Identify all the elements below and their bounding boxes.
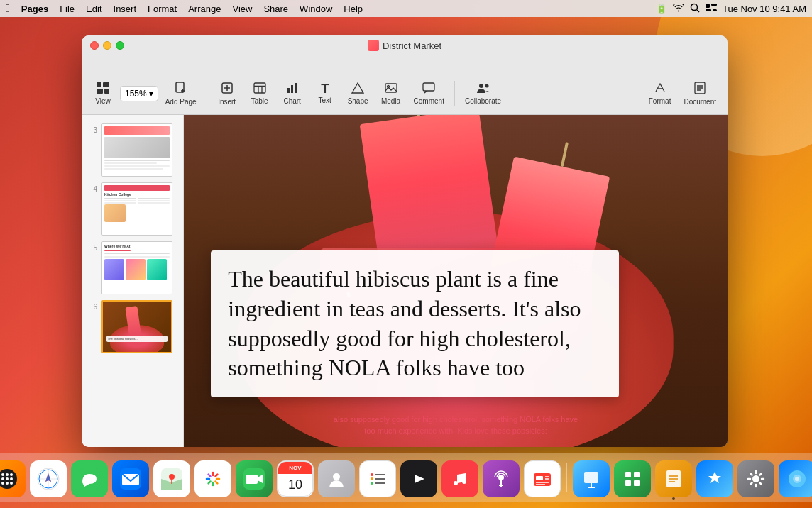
- page-thumb-4[interactable]: 4 Kitchen College: [82, 180, 183, 238]
- collaborate-button[interactable]: Collaborate: [459, 79, 507, 108]
- svg-rect-5: [713, 9, 717, 11]
- format-icon: [654, 82, 666, 96]
- comment-button[interactable]: Comment: [408, 79, 450, 108]
- menubar-help[interactable]: Help: [338, 4, 368, 14]
- dock-launchpad[interactable]: [0, 460, 26, 497]
- svg-point-83: [498, 475, 504, 480]
- svg-rect-87: [536, 476, 543, 480]
- comment-label: Comment: [414, 97, 444, 105]
- format-label: Format: [649, 97, 671, 105]
- dock: NOV 10: [0, 453, 812, 502]
- shape-button[interactable]: Shape: [342, 79, 374, 108]
- apple-menu[interactable]: : [6, 2, 10, 15]
- shape-icon: [351, 82, 364, 96]
- zoom-arrow: ▾: [149, 89, 153, 99]
- text-button[interactable]: T Text: [309, 79, 341, 107]
- view-label: View: [95, 97, 111, 105]
- svg-line-109: [760, 483, 762, 485]
- svg-marker-80: [415, 475, 424, 483]
- dock-appletv[interactable]: [400, 460, 437, 497]
- svg-rect-3: [711, 4, 717, 6]
- format-button[interactable]: Format: [643, 79, 677, 108]
- dock-maps[interactable]: [153, 460, 190, 497]
- svg-point-45: [10, 477, 13, 480]
- page-thumbnail-6: The beautiful hibiscus...: [102, 300, 172, 353]
- menubar-window[interactable]: Window: [294, 4, 338, 14]
- menubar-edit[interactable]: Edit: [80, 4, 107, 14]
- dock-safari[interactable]: [30, 460, 67, 497]
- page-thumb-6[interactable]: 6 The beautiful hibiscus...: [82, 297, 183, 356]
- svg-rect-20: [287, 88, 290, 93]
- dock-calendar[interactable]: NOV 10: [277, 460, 314, 497]
- page-thumbnail-4: Kitchen College: [102, 182, 172, 236]
- table-button[interactable]: Table: [244, 79, 275, 108]
- dock-reminders[interactable]: [359, 460, 396, 497]
- dock-mail[interactable]: [112, 460, 149, 497]
- menubar-file[interactable]: File: [54, 4, 80, 14]
- dock-appstore[interactable]: [696, 460, 733, 497]
- window-title: District Market: [368, 40, 441, 51]
- text-overlay[interactable]: The beautiful hibiscus plant is a fine i…: [211, 250, 619, 397]
- zoom-selector[interactable]: 155% ▾: [120, 86, 158, 101]
- insert-button[interactable]: Insert: [212, 79, 243, 109]
- menubar-format[interactable]: Format: [142, 4, 182, 14]
- dock-music[interactable]: [441, 460, 478, 497]
- menubar-app-name[interactable]: Pages: [16, 4, 54, 14]
- svg-point-43: [1, 477, 4, 480]
- bottom-text-line1: also supposedly good for high cholestero…: [334, 415, 578, 424]
- dock-system-preferences[interactable]: [737, 460, 774, 497]
- page-thumbnail-3: [102, 123, 172, 177]
- svg-point-73: [333, 473, 340, 480]
- titlebar-top: District Market: [82, 35, 728, 55]
- svg-point-81: [454, 481, 458, 485]
- maximize-button[interactable]: [116, 41, 124, 50]
- dock-facetime[interactable]: [236, 460, 273, 497]
- dock-messages[interactable]: [71, 460, 108, 497]
- dock-news[interactable]: [524, 460, 561, 497]
- document-icon: [368, 40, 379, 51]
- toolbar-separator-2: [454, 81, 455, 106]
- add-page-button[interactable]: Add Page: [160, 79, 202, 109]
- svg-point-42: [10, 473, 13, 476]
- svg-point-0: [691, 4, 697, 10]
- menubar-share[interactable]: Share: [258, 4, 294, 14]
- menubar-arrange[interactable]: Arrange: [182, 4, 226, 14]
- add-page-icon: [175, 82, 187, 96]
- document-button[interactable]: Document: [678, 79, 722, 109]
- dock-pages[interactable]: [655, 460, 692, 497]
- dock-screensaver[interactable]: [779, 460, 812, 497]
- search-icon[interactable]: [690, 3, 700, 15]
- menubar-insert[interactable]: Insert: [108, 4, 143, 14]
- menubar-right: 🔋 Tue Nov 10 9:41 AM: [656, 3, 806, 15]
- zoom-value: 155%: [125, 89, 147, 99]
- page-thumbnail-5: Where We're At: [102, 241, 172, 294]
- battery-icon: 🔋: [656, 4, 667, 14]
- control-center-icon[interactable]: [706, 4, 717, 14]
- text-icon: T: [321, 82, 329, 95]
- svg-rect-61: [202, 468, 224, 490]
- document-icon: [694, 82, 706, 96]
- dock-keynote[interactable]: [573, 460, 610, 497]
- dock-podcasts[interactable]: [483, 460, 520, 497]
- insert-icon: [221, 82, 234, 96]
- menubar:  Pages File Edit Insert Format Arrange …: [0, 0, 812, 17]
- page-thumb-5[interactable]: 5 Where We're At: [82, 238, 183, 297]
- dock-pages-dot: [672, 497, 675, 500]
- editor-canvas[interactable]: The beautiful hibiscus plant is a fine i…: [184, 115, 728, 447]
- view-button[interactable]: View: [87, 79, 119, 108]
- media-button[interactable]: Media: [375, 79, 407, 108]
- menubar-view[interactable]: View: [226, 4, 258, 14]
- dock-numbers[interactable]: [614, 460, 651, 497]
- page-num-4: 4: [87, 185, 97, 193]
- page-thumb-3[interactable]: 3: [82, 121, 183, 180]
- dock-photos[interactable]: [194, 460, 231, 497]
- svg-rect-95: [625, 472, 631, 477]
- close-button[interactable]: [90, 41, 99, 50]
- dock-contacts[interactable]: [318, 460, 355, 497]
- table-label: Table: [251, 97, 268, 105]
- chart-button[interactable]: Chart: [277, 79, 308, 108]
- window-content: 3 4 Kit: [82, 115, 728, 447]
- window-title-text: District Market: [383, 40, 441, 51]
- minimize-button[interactable]: [103, 41, 111, 50]
- text-label: Text: [318, 96, 331, 104]
